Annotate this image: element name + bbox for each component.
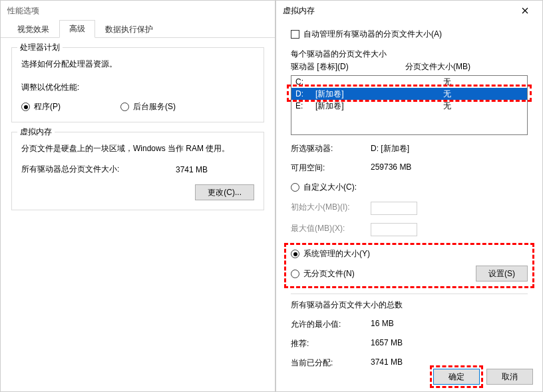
tabs: 视觉效果 高级 数据执行保护 [1, 21, 275, 38]
radio-programs-label: 程序(P) [34, 101, 61, 112]
min-label: 允许的最小值: [291, 319, 371, 330]
tab-visual-effects[interactable]: 视觉效果 [7, 21, 59, 38]
drive-list[interactable]: C: 无 D: [新加卷] 无 E: [新加卷] 无 [291, 75, 528, 135]
drive-size: 无 [443, 89, 523, 100]
initial-size-label: 初始大小(MB)(I): [291, 202, 371, 215]
performance-options-dialog: 性能选项 视觉效果 高级 数据执行保护 处理器计划 选择如何分配处理器资源。 调… [0, 0, 275, 392]
virtual-memory-desc: 分页文件是硬盘上的一块区域，Windows 当作 RAM 使用。 [21, 143, 254, 154]
auto-manage-checkbox[interactable]: 自动管理所有驱动器的分页文件大小(A) [291, 29, 442, 40]
processor-scheduling-title: 处理器计划 [17, 42, 63, 53]
drive-list-header: 驱动器 [卷标](D) 分页文件大小(MB) [291, 60, 528, 75]
free-space-label: 可用空间: [291, 162, 371, 174]
drive-size: 无 [443, 77, 523, 88]
free-space-value: 259736 MB [371, 162, 411, 174]
radio-icon [291, 250, 299, 258]
ok-button[interactable]: 确定 [433, 369, 480, 385]
virtual-memory-dialog: 虚拟内存 自动管理所有驱动器的分页文件大小(A) 每个驱动器的分页文件大小 驱动… [275, 0, 543, 392]
rec-value: 1657 MB [371, 338, 403, 349]
auto-manage-label: 自动管理所有驱动器的分页文件大小(A) [303, 29, 442, 40]
selected-drive-value: D: [新加卷] [371, 143, 409, 154]
processor-scheduling-group: 处理器计划 选择如何分配处理器资源。 调整以优化性能: 程序(P) 后台服务(S… [11, 47, 264, 122]
min-value: 16 MB [371, 319, 394, 330]
virtual-memory-title: 虚拟内存 [17, 126, 55, 138]
radio-system-managed-label: 系统管理的大小(Y) [303, 248, 370, 260]
radio-background-services[interactable]: 后台服务(S) [120, 101, 176, 112]
radio-background-label: 后台服务(S) [133, 101, 176, 112]
initial-size-input [371, 202, 417, 215]
virtual-memory-group: 虚拟内存 分页文件是硬盘上的一块区域，Windows 当作 RAM 使用。 所有… [11, 132, 264, 210]
radio-no-paging-file[interactable]: 无分页文件(N) [291, 268, 355, 280]
cur-label: 当前已分配: [291, 357, 371, 369]
dialog-footer: 确定 取消 [433, 369, 533, 385]
drive-header-col1: 驱动器 [卷标](D) [291, 61, 405, 73]
drive-row-c[interactable]: C: 无 [291, 76, 527, 88]
radio-icon [291, 183, 299, 192]
drive-header-col2: 分页文件大小(MB) [405, 61, 470, 73]
per-drive-title: 每个驱动器的分页文件大小 [291, 49, 528, 60]
radio-icon [21, 102, 30, 111]
close-button[interactable] [512, 1, 538, 20]
change-button[interactable]: 更改(C)... [195, 184, 254, 200]
adjust-label: 调整以优化性能: [21, 82, 254, 93]
processor-scheduling-hint: 选择如何分配处理器资源。 [21, 59, 254, 70]
tab-advanced[interactable]: 高级 [59, 20, 95, 38]
drive-letter: E: [295, 101, 315, 110]
close-icon [522, 7, 528, 14]
titlebar-left: 性能选项 [1, 1, 275, 21]
selected-drive-label: 所选驱动器: [291, 143, 371, 154]
radio-no-paging-file-label: 无分页文件(N) [303, 268, 355, 280]
max-size-input [371, 223, 417, 236]
total-pagefile-value: 3741 MB [176, 165, 208, 174]
drive-letter: D: [295, 89, 315, 98]
drive-size: 无 [443, 100, 523, 112]
tab-dep[interactable]: 数据执行保护 [95, 21, 163, 38]
radio-custom-size[interactable]: 自定义大小(C): [291, 182, 357, 193]
rec-label: 推荐: [291, 338, 371, 349]
cur-value: 3741 MB [371, 357, 403, 369]
drive-row-d[interactable]: D: [新加卷] 无 [291, 88, 527, 100]
radio-programs[interactable]: 程序(P) [21, 101, 61, 112]
total-pagefile-label: 所有驱动器总分页文件大小: [21, 164, 119, 175]
max-size-label: 最大值(MB)(X): [291, 223, 371, 236]
title-right: 虚拟内存 [283, 5, 512, 17]
drive-row-e[interactable]: E: [新加卷] 无 [291, 100, 527, 112]
radio-icon [291, 270, 299, 278]
set-button[interactable]: 设置(S) [476, 266, 528, 282]
cancel-button[interactable]: 取消 [486, 369, 533, 385]
titlebar-right: 虚拟内存 [276, 1, 542, 21]
checkbox-icon [291, 30, 299, 39]
drive-label: [新加卷] [315, 89, 443, 100]
title-left: 性能选项 [7, 5, 271, 17]
radio-custom-size-label: 自定义大小(C): [303, 182, 357, 193]
radio-icon [120, 102, 129, 111]
drive-label: [新加卷] [315, 100, 443, 112]
drive-letter: C: [295, 77, 315, 87]
radio-system-managed[interactable]: 系统管理的大小(Y) [291, 248, 370, 260]
totals-title: 所有驱动器分页文件大小的总数 [291, 299, 528, 311]
